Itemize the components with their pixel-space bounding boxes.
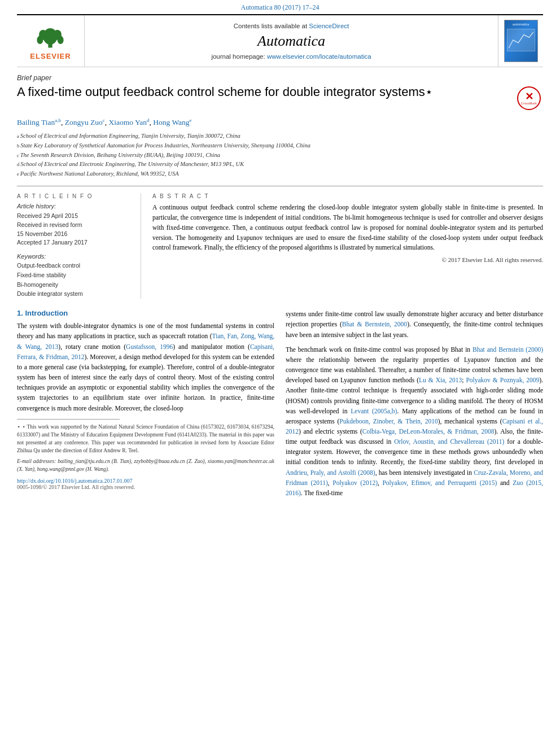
cite-lu2013[interactable]: Lu & Xia, 2013 [419, 377, 462, 383]
article-divider [17, 186, 543, 186]
author-xiaomo-yan[interactable]: Xiaomo Yand [109, 118, 150, 126]
author-bailing-tian[interactable]: Bailing Tiana,b [17, 118, 61, 126]
author-zongyu-zuo[interactable]: Zongyu Zuoc [65, 118, 105, 126]
section1-heading: 1. Introduction [17, 309, 274, 317]
article-history-label: Article history: [17, 203, 129, 209]
info-abstract-row: A R T I C L E I N F O Article history: R… [17, 193, 543, 299]
svg-point-4 [37, 36, 43, 44]
footnote-email: E-mail addresses: bailing_tian@tju.edu.c… [17, 457, 274, 474]
keyword-3: Bi-homogeneity [17, 280, 129, 290]
homepage-line: journal homepage: www.elsevier.com/locat… [211, 53, 371, 60]
journal-cover-thumb: automatica [504, 20, 538, 62]
history-accepted: Accepted 17 January 2017 [17, 238, 129, 247]
cite-polyakov2009[interactable]: Polyakov & Poznyak, 2009 [466, 377, 539, 383]
sciencedirect-link[interactable]: ScienceDirect [309, 23, 349, 29]
cite-colbia2008[interactable]: Colbia-Vega, DeLeon-Morales, & Fridman, … [362, 428, 495, 435]
authors-line: Bailing Tiana,b, Zongyu Zuoc, Xiaomo Yan… [17, 116, 543, 128]
cite-levant2005[interactable]: Levant (2005a,b) [351, 408, 397, 414]
history-revised-label: Received in revised form [17, 221, 129, 230]
affil-a: a School of Electrical and Information E… [17, 132, 543, 141]
article-title-row: A fixed-time output feedback control sch… [17, 84, 543, 110]
history-received: Received 29 April 2015 [17, 212, 129, 221]
crossmark-badge-container: ✕ CrossMark [515, 84, 543, 110]
affiliations: a School of Electrical and Information E… [17, 132, 543, 179]
cite-polyakov2012[interactable]: Polyakov (2012) [333, 479, 378, 486]
keywords-label: Keywords: [17, 253, 129, 260]
section1-right-para-1: systems under finite-time control law us… [286, 309, 543, 339]
crossmark-text: CrossMark [521, 102, 537, 105]
thumb-title-text: automatica [513, 23, 529, 27]
keyword-2: Fixed-time stability [17, 270, 129, 280]
thumb-graph-icon [507, 29, 535, 51]
article-title: A fixed-time output feedback control sch… [17, 84, 504, 101]
page-wrapper: Automatica 80 (2017) 17–24 ELSEVIER [0, 0, 560, 747]
section1-right-para-2: The benchmark work on finite-time contro… [286, 344, 543, 498]
keyword-4: Double integrator system [17, 289, 129, 299]
svg-rect-6 [508, 29, 535, 51]
elsevier-wordmark: ELSEVIER [30, 52, 71, 60]
author-hong-wang[interactable]: Hong Wange [153, 118, 191, 126]
paper-type-label: Brief paper [17, 74, 543, 82]
cite-bhat2000b[interactable]: Bhat and Bernstein (2000) [473, 346, 543, 353]
cite-gustafsson1996[interactable]: Gustafsson, 1996 [126, 343, 173, 350]
elsevier-logo: ELSEVIER [30, 22, 71, 60]
publisher-logo: ELSEVIER [17, 15, 85, 67]
contents-text: Contents lists available at [234, 23, 307, 29]
cite-bhat2000a[interactable]: Bhat & Bernstein, 2000 [342, 321, 407, 327]
affil-b: b State Key Laboratory of Synthetical Au… [17, 141, 543, 151]
cite-polyakov2015[interactable]: Polyakov, Efimov, and Perruquetti (2015) [382, 479, 497, 486]
header-center: Contents lists available at ScienceDirec… [85, 15, 498, 67]
affil-e: e Pacific Northwest National Laboratory,… [17, 169, 543, 179]
conjunction-and: and [500, 479, 510, 486]
svg-point-5 [58, 36, 64, 44]
keywords-section: Keywords: Output-feedback control Fixed-… [17, 253, 129, 299]
header-section: ELSEVIER Contents lists available at Sci… [17, 14, 543, 67]
journal-title: Automatica [257, 33, 325, 50]
doi-link[interactable]: http://dx.doi.org/10.1016/j.automatica.2… [17, 478, 133, 484]
affil-c: c The Seventh Research Division, Beihang… [17, 151, 543, 160]
journal-thumbnail: automatica [498, 15, 543, 67]
cite-orlov2011[interactable]: Orlov, Aoustin, and Chevallereau (2011) [394, 438, 504, 445]
abstract-text: A continuous output feedback control sch… [152, 203, 543, 253]
body-right-col: systems under finite-time control law us… [286, 309, 543, 503]
abstract-header: A B S T R A C T [152, 193, 543, 199]
elsevier-tree-icon [33, 22, 67, 50]
body-two-col: 1. Introduction The system with double-i… [17, 309, 543, 503]
doi-line: http://dx.doi.org/10.1016/j.automatica.2… [17, 478, 274, 484]
article-info-header: A R T I C L E I N F O [17, 193, 129, 199]
crossmark-icon: ✕ CrossMark [517, 86, 541, 110]
history-revised-date: 15 November 2016 [17, 230, 129, 239]
contents-line: Contents lists available at ScienceDirec… [234, 23, 349, 29]
cite-pukdeboon2010[interactable]: Pukdeboon, Zinober, & Thein, 2010 [339, 418, 438, 425]
body-left-col: 1. Introduction The system with double-i… [17, 309, 274, 503]
cite-andrieu2008[interactable]: Andrieu, Praly, and Astolfi (2008) [286, 469, 375, 476]
issn-line: 0005-1098/© 2017 Elsevier Ltd. All right… [17, 484, 274, 490]
keyword-1: Output-feedback control [17, 261, 129, 270]
abstract-copyright: © 2017 Elsevier Ltd. All rights reserved… [152, 256, 543, 263]
abstract-column: A B S T R A C T A continuous output feed… [141, 193, 543, 299]
footnote-divider [17, 419, 120, 420]
affil-d: d School of Electrical and Electronic En… [17, 160, 543, 169]
article-info-column: A R T I C L E I N F O Article history: R… [17, 193, 141, 299]
homepage-link[interactable]: www.elsevier.com/locate/automatica [267, 53, 371, 60]
journal-ref-text: Automatica 80 (2017) 17–24 [241, 3, 320, 11]
section1-paragraph-1: The system with double-integrator dynami… [17, 321, 274, 413]
journal-ref-bar: Automatica 80 (2017) 17–24 [0, 0, 560, 14]
footnote-star: ⋆ ⋆ This work was supported by the Natio… [17, 423, 274, 455]
main-content: Brief paper A fixed-time output feedback… [17, 67, 543, 503]
